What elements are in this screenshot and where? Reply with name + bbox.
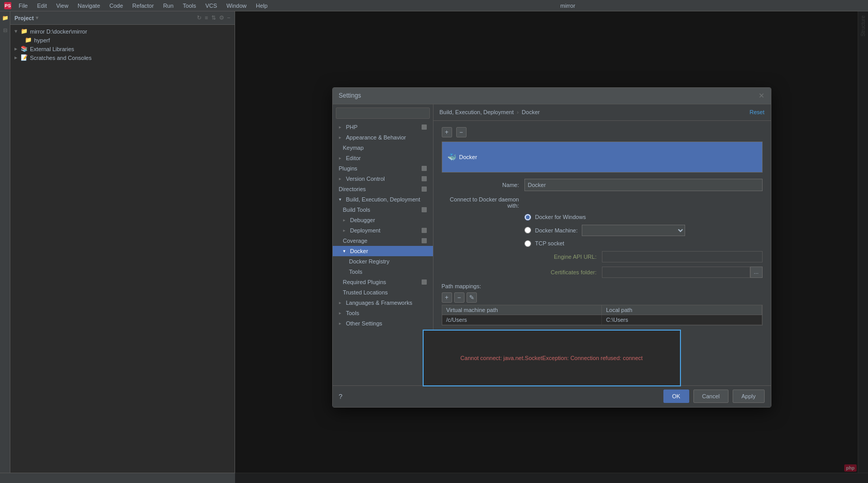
connect-label: Connect to Docker daemon with: — [442, 196, 524, 209]
dialog-footer: ? OK Cancel Apply — [333, 385, 771, 407]
content-header: Build, Execution, Deployment › Docker Re… — [433, 104, 771, 121]
menu-refactor[interactable]: Refactor — [128, 2, 158, 10]
tree-item-hyperf[interactable]: 📁 hyperf — [10, 36, 235, 44]
menu-view[interactable]: View — [52, 2, 73, 10]
settings-search[interactable] — [336, 107, 430, 119]
mapping-table: Virtual machine path Local path /c/Users… — [442, 305, 763, 325]
project-panel-header: Project ▾ ↻ ≡ ⇅ ⚙ − — [10, 11, 235, 25]
nav-languages[interactable]: ▸ Languages & Frameworks — [333, 298, 433, 308]
docker-list-item[interactable]: 🐳 Docker — [442, 142, 762, 172]
nav-version-control[interactable]: ▸ Version Control — [333, 174, 433, 184]
nav-keymap[interactable]: Keymap — [333, 143, 433, 153]
menu-navigate[interactable]: Navigate — [73, 2, 104, 10]
tree-item-external-libraries[interactable]: ▸ 📚 External Libraries — [10, 44, 235, 53]
remove-mapping-button[interactable]: − — [454, 292, 464, 303]
nav-tools-top[interactable]: ▸ Tools — [333, 308, 433, 318]
reset-link[interactable]: Reset — [750, 109, 765, 115]
settings-icon[interactable]: ⚙ — [219, 14, 224, 21]
apply-button[interactable]: Apply — [733, 389, 765, 403]
menu-vcs[interactable]: VCS — [202, 2, 222, 10]
close-button[interactable]: ✕ — [758, 91, 765, 100]
nav-trusted-locations[interactable]: Trusted Locations — [333, 287, 433, 298]
nav-coverage[interactable]: Coverage — [333, 236, 433, 246]
docker-machine-select[interactable] — [582, 225, 685, 236]
mapping-header: Virtual machine path Local path — [442, 305, 762, 315]
radio-docker-machine-label: Docker Machine: — [535, 227, 578, 233]
menu-run[interactable]: Run — [159, 2, 178, 10]
nav-deployment[interactable]: ▸ Deployment — [333, 225, 433, 236]
tree-item-mirror[interactable]: ▾ 📁 mirror D:\docker\mirror — [10, 27, 235, 36]
radio-docker-windows-input[interactable] — [524, 214, 531, 221]
remove-docker-button[interactable]: − — [456, 127, 467, 137]
error-panel: Cannot connect: java.net.SocketException… — [433, 330, 681, 385]
nav-required-plugins[interactable]: Required Plugins — [333, 277, 433, 287]
help-button[interactable]: ? — [339, 393, 343, 400]
collapse-icon[interactable]: ≡ — [205, 14, 208, 21]
window-title: mirror — [272, 3, 864, 9]
title-bar: PS File Edit View Navigate Code Refactor… — [0, 0, 868, 11]
sync-icon[interactable]: ↻ — [197, 14, 202, 21]
menu-help[interactable]: Help — [252, 2, 272, 10]
ok-button[interactable]: OK — [663, 389, 689, 403]
vcs-icon[interactable]: ⊟ — [1, 26, 9, 34]
add-mapping-button[interactable]: + — [442, 292, 452, 303]
project-panel: Project ▾ ↻ ≡ ⇅ ⚙ − ▾ 📁 mirror D:\docker… — [10, 11, 235, 483]
radio-docker-machine-input[interactable] — [524, 227, 531, 233]
project-header-icons: ↻ ≡ ⇅ ⚙ − — [197, 14, 230, 21]
local-path-cell-0: C:\Users — [602, 315, 762, 324]
vcs-badge — [422, 176, 427, 181]
minimize-icon[interactable]: − — [227, 14, 230, 21]
nav-build-execution[interactable]: ▾ Build, Execution, Deployment — [333, 194, 433, 205]
ide-logo: PS — [4, 2, 11, 9]
cancel-button[interactable]: Cancel — [693, 389, 729, 403]
menu-bar: File Edit View Navigate Code Refactor Ru… — [14, 2, 272, 10]
expand-icon[interactable]: ⇅ — [211, 14, 216, 21]
nav-tools[interactable]: Tools — [333, 267, 433, 277]
name-input[interactable] — [524, 179, 763, 191]
certificates-input[interactable] — [602, 267, 750, 278]
menu-window[interactable]: Window — [222, 2, 251, 10]
engine-api-row: Engine API URL: — [535, 251, 763, 262]
menu-code[interactable]: Code — [105, 2, 127, 10]
nav-docker-registry[interactable]: Docker Registry — [333, 256, 433, 267]
content-body: + − 🐳 Docker — [433, 121, 771, 385]
docker-item-label: Docker — [459, 154, 477, 160]
settings-content: Build, Execution, Deployment › Docker Re… — [433, 104, 771, 385]
menu-file[interactable]: File — [14, 2, 32, 10]
nav-other-settings[interactable]: ▸ Other Settings — [333, 318, 433, 329]
vm-path-cell-0: /c/Users — [442, 315, 602, 324]
nav-build-tools[interactable]: Build Tools — [333, 205, 433, 215]
add-docker-button[interactable]: + — [442, 127, 452, 137]
nav-debugger[interactable]: ▸ Debugger — [333, 215, 433, 225]
nav-editor[interactable]: ▸ Editor — [333, 153, 433, 163]
name-row: Name: — [442, 179, 763, 191]
engine-api-label: Engine API URL: — [535, 254, 602, 260]
tree-item-scratches[interactable]: ▸ 📝 Scratches and Consoles — [10, 53, 235, 62]
nav-plugins[interactable]: Plugins — [333, 163, 433, 174]
menu-tools[interactable]: Tools — [179, 2, 200, 10]
mapping-row-0[interactable]: /c/Users C:\Users — [442, 315, 762, 325]
edit-mapping-button[interactable]: ✎ — [467, 292, 477, 303]
nav-docker[interactable]: ▾ Docker — [333, 246, 433, 256]
php-badge — [422, 124, 427, 130]
dialog-title-bar: Settings ✕ — [333, 88, 771, 104]
docker-list: 🐳 Docker — [442, 142, 763, 173]
appearance-label: Appearance & Behavior — [346, 134, 406, 141]
nav-appearance[interactable]: ▸ Appearance & Behavior — [333, 132, 433, 143]
mapping-toolbar: + − ✎ — [442, 292, 763, 303]
radio-tcp-input[interactable] — [524, 240, 531, 247]
nav-directories[interactable]: Directories — [333, 184, 433, 194]
project-icon[interactable]: 📁 — [1, 13, 9, 22]
main-area: Settings ✕ ▸ PHP — [235, 11, 868, 483]
engine-api-input[interactable] — [602, 251, 763, 262]
radio-group: Docker for Windows Docker Machine: — [524, 214, 763, 247]
left-icon-strip: 📁 ⊟ — [0, 11, 10, 483]
menu-edit[interactable]: Edit — [33, 2, 51, 10]
coverage-badge — [422, 238, 427, 243]
browse-certificates-button[interactable]: … — [750, 267, 763, 278]
connect-row: Connect to Docker daemon with: — [442, 196, 763, 209]
build-tools-label: Build Tools — [343, 207, 370, 213]
breadcrumb-parent: Build, Execution, Deployment — [440, 109, 514, 115]
nav-php[interactable]: ▸ PHP — [333, 122, 433, 132]
deployment-badge — [422, 228, 427, 233]
